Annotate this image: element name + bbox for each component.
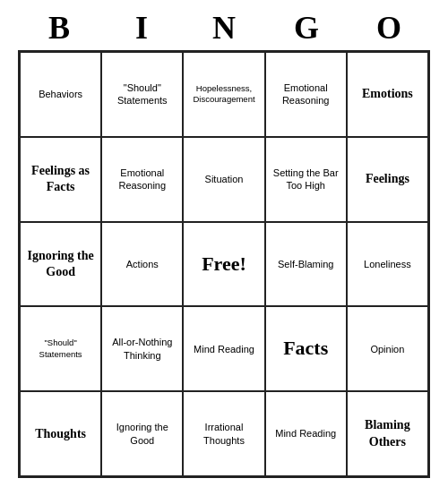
bingo-cell: Emotions xyxy=(347,52,428,137)
bingo-cell: Facts xyxy=(265,306,347,391)
bingo-cell: Emotional Reasoning xyxy=(101,137,183,222)
letter-g: G xyxy=(267,9,346,47)
bingo-cell: Opinion xyxy=(347,306,428,391)
bingo-cell: All-or-Nothing Thinking xyxy=(101,306,183,391)
letter-b: B xyxy=(20,9,99,47)
bingo-cell: Thoughts xyxy=(20,391,101,476)
bingo-cell: Ignoring the Good xyxy=(20,222,101,307)
letter-i: I xyxy=(102,9,181,47)
bingo-cell: Hopelessness, Discouragement xyxy=(183,52,264,137)
bingo-cell: Loneliness xyxy=(347,222,428,307)
bingo-cell: Mind Reading xyxy=(265,391,347,476)
bingo-cell: "Should" Statements xyxy=(101,52,183,137)
bingo-cell: Free! xyxy=(183,222,264,307)
bingo-cell: Ignoring the Good xyxy=(101,391,183,476)
bingo-cell: Blaming Others xyxy=(347,391,428,476)
bingo-cell: Mind Reading xyxy=(183,306,264,391)
bingo-cell: Feelings xyxy=(347,137,428,222)
bingo-cell: Situation xyxy=(183,137,264,222)
bingo-cell: Irrational Thoughts xyxy=(183,391,264,476)
bingo-cell: Self-Blaming xyxy=(265,222,347,307)
bingo-grid: Behaviors"Should" StatementsHopelessness… xyxy=(18,50,430,478)
bingo-cell: Feelings as Facts xyxy=(20,137,101,222)
bingo-cell: Behaviors xyxy=(20,52,101,137)
letter-o: O xyxy=(349,9,428,47)
bingo-cell: "Should" Statements xyxy=(20,306,101,391)
bingo-cell: Setting the Bar Too High xyxy=(265,137,347,222)
bingo-cell: Emotional Reasoning xyxy=(265,52,347,137)
bingo-cell: Actions xyxy=(101,222,183,307)
letter-n: N xyxy=(185,9,263,47)
bingo-title: B I N G O xyxy=(18,9,430,47)
